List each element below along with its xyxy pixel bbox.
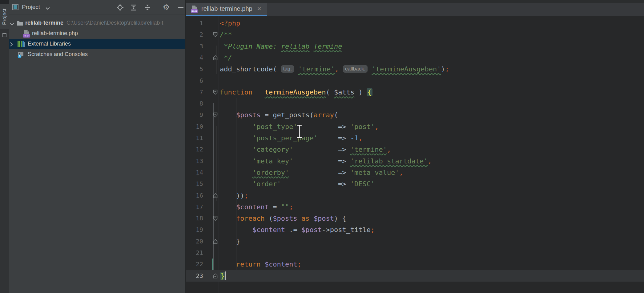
code-line[interactable]: 15 'order' => 'DESC' [186, 178, 644, 190]
fold-marker-icon[interactable] [213, 216, 218, 222]
fold-marker-icon[interactable] [213, 273, 218, 280]
hide-panel-minus-icon[interactable] [177, 3, 185, 11]
line-number[interactable]: 17 [186, 201, 203, 213]
project-view-selector[interactable]: Project [22, 4, 40, 10]
chevron-down-icon[interactable] [46, 6, 50, 11]
parameter-hint-chip: tag: [281, 65, 294, 73]
project-root-path: C:\Users\Daniel\Desktop\relilab\relilab-… [66, 20, 163, 26]
code-text: return $content; [220, 259, 301, 270]
code-line[interactable]: 14 'orderby' => 'meta_value', [186, 167, 644, 178]
line-number[interactable]: 23 [186, 270, 203, 282]
fold-marker-icon[interactable] [213, 112, 218, 119]
code-line[interactable]: 8 [186, 98, 644, 109]
tool-window-square-icon[interactable] [2, 33, 6, 37]
code-area[interactable]: 1<?php2/**3 *Plugin Name: relilab Termin… [186, 16, 644, 293]
project-panel: Project [9, 0, 186, 293]
tab-relilab-termine-php[interactable]: PHP relilab-termine.php × [186, 3, 267, 15]
project-strip-label: Project [2, 9, 8, 25]
code-text: } [220, 236, 240, 247]
line-number[interactable]: 1 [186, 18, 203, 29]
fold-marker-icon[interactable] [213, 32, 218, 38]
code-text: <?php [220, 18, 240, 29]
project-tool-window-button[interactable]: Project [0, 4, 9, 29]
code-line[interactable]: 20 } [186, 236, 644, 247]
code-line[interactable]: 11 'posts_per_page' => -1, [186, 132, 644, 144]
code-line[interactable]: 12 'category' => 'termine', [186, 144, 644, 155]
collapse-all-icon[interactable] [143, 3, 151, 11]
code-line[interactable]: 16 )); [186, 190, 644, 201]
line-number[interactable]: 14 [186, 167, 203, 178]
external-libraries-icon [18, 41, 26, 48]
locate-target-icon[interactable] [116, 3, 124, 11]
tree-row-scratches[interactable]: Scratches and Consoles [9, 49, 185, 60]
line-number[interactable]: 13 [186, 155, 203, 167]
line-number[interactable]: 2 [186, 29, 203, 40]
fold-marker-icon[interactable] [213, 55, 218, 62]
code-line[interactable]: 18 foreach ($posts as $post) { [186, 213, 644, 224]
line-number[interactable]: 20 [186, 236, 203, 247]
line-number[interactable]: 4 [186, 52, 203, 63]
line-number[interactable]: 12 [186, 144, 203, 155]
code-line[interactable]: 21 [186, 247, 644, 259]
code-line[interactable]: 1<?php [186, 18, 644, 29]
editor-area: PHP relilab-termine.php × 1<?php2/**3 *P… [186, 0, 644, 293]
chevron-expanded-icon[interactable] [10, 21, 14, 27]
code-line[interactable]: 9 $posts = get_posts(array( [186, 109, 644, 121]
code-line[interactable]: 6 [186, 75, 644, 86]
line-number[interactable]: 15 [186, 178, 203, 190]
line-number[interactable]: 6 [186, 75, 203, 86]
line-number[interactable]: 19 [186, 224, 203, 235]
line-number[interactable]: 16 [186, 190, 203, 201]
tree-row-php-file[interactable]: PHP relilab-termine.php [9, 28, 185, 39]
code-text: )); [220, 190, 248, 201]
fold-marker-icon[interactable] [213, 239, 218, 245]
code-text: *Plugin Name: relilab Termine [220, 41, 342, 52]
svg-text:PHP: PHP [191, 10, 197, 13]
tree-row-external-libraries[interactable]: External Libraries [9, 39, 185, 49]
ide-window: Project Project [0, 0, 644, 293]
code-text: $posts = get_posts(array( [220, 109, 338, 121]
code-line[interactable]: 5add_shortcode( tag: 'termine', callback… [186, 63, 644, 75]
code-text: 'order' => 'DESC' [220, 178, 375, 190]
fold-marker-icon[interactable] [213, 90, 218, 96]
line-number[interactable]: 22 [186, 259, 203, 270]
close-icon[interactable]: × [257, 5, 261, 13]
code-text: 'meta_key' => 'relilab_startdate', [220, 155, 432, 167]
code-line[interactable]: 7function termineAusgeben( $atts ) { [186, 86, 644, 98]
php-file-icon: PHP [191, 5, 198, 14]
code-text: $content .= $post->post_title; [220, 224, 375, 235]
code-text: 'category' => 'termine', [220, 144, 391, 155]
code-line[interactable]: 22 return $content; [186, 259, 644, 270]
line-number[interactable]: 11 [186, 132, 203, 144]
code-text: foreach ($posts as $post) { [220, 213, 346, 224]
line-number[interactable]: 10 [186, 121, 203, 132]
line-number[interactable]: 7 [186, 86, 203, 98]
code-line[interactable]: 4 */ [186, 52, 644, 63]
code-line[interactable]: 3 *Plugin Name: relilab Termine [186, 41, 644, 52]
external-libraries-label: External Libraries [28, 41, 71, 47]
line-number[interactable]: 8 [186, 98, 203, 109]
line-number[interactable]: 18 [186, 213, 203, 224]
line-number[interactable]: 9 [186, 109, 203, 121]
code-line[interactable]: 23} [186, 270, 644, 282]
code-line[interactable]: 2/** [186, 29, 644, 40]
line-number[interactable]: 3 [186, 41, 203, 52]
code-text: $content = ""; [220, 201, 293, 213]
mouse-ibeam-cursor [295, 124, 304, 140]
chevron-collapsed-icon[interactable] [10, 42, 13, 48]
fold-marker-icon[interactable] [213, 193, 218, 199]
settings-gear-icon[interactable]: ⚙ [162, 3, 170, 11]
code-line[interactable]: 19 $content .= $post->post_title; [186, 224, 644, 235]
code-line[interactable]: 17 $content = ""; [186, 201, 644, 213]
project-root-label: relilab-termine C:\Users\Daniel\Desktop\… [25, 20, 163, 26]
tree-row-project-root[interactable]: relilab-termine C:\Users\Daniel\Desktop\… [9, 18, 185, 28]
code-line[interactable]: 10 'post_type' => 'post', [186, 121, 644, 132]
code-text: 'orderby' => 'meta_value', [220, 167, 403, 178]
line-number[interactable]: 21 [186, 247, 203, 259]
code-line[interactable]: 13 'meta_key' => 'relilab_startdate', [186, 155, 644, 167]
project-panel-header: Project [9, 0, 185, 14]
parameter-hint-chip: callback: [343, 65, 368, 73]
code-text: 'posts_per_page' => -1, [220, 132, 363, 144]
line-number[interactable]: 5 [186, 63, 203, 75]
expand-all-icon[interactable] [130, 3, 138, 11]
